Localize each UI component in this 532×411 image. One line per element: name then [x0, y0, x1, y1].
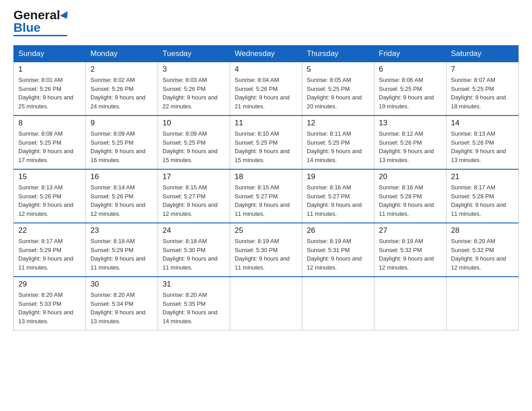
day-info: Sunrise: 8:01 AM Sunset: 5:26 PM Dayligh… [18, 76, 81, 111]
calendar-week-5: 29 Sunrise: 8:20 AM Sunset: 5:33 PM Dayl… [14, 277, 519, 330]
day-number: 4 [235, 65, 297, 74]
day-info: Sunrise: 8:20 AM Sunset: 5:35 PM Dayligh… [163, 291, 225, 325]
day-info: Sunrise: 8:20 AM Sunset: 5:34 PM Dayligh… [90, 291, 153, 325]
calendar-cell: 25 Sunrise: 8:19 AM Sunset: 5:30 PM Dayl… [230, 223, 302, 277]
day-info: Sunrise: 8:09 AM Sunset: 5:25 PM Dayligh… [163, 129, 225, 164]
day-number: 8 [18, 119, 81, 128]
calendar-cell: 31 Sunrise: 8:20 AM Sunset: 5:35 PM Dayl… [158, 277, 230, 330]
day-number: 1 [18, 65, 81, 74]
page-header: General Blue [13, 9, 519, 36]
calendar-week-2: 8 Sunrise: 8:08 AM Sunset: 5:25 PM Dayli… [14, 116, 519, 169]
calendar-cell: 8 Sunrise: 8:08 AM Sunset: 5:25 PM Dayli… [14, 116, 86, 169]
logo-general: General [13, 8, 60, 22]
day-info: Sunrise: 8:13 AM Sunset: 5:26 PM Dayligh… [18, 183, 81, 218]
day-number: 28 [451, 226, 514, 235]
day-info: Sunrise: 8:16 AM Sunset: 5:27 PM Dayligh… [307, 183, 369, 218]
day-info: Sunrise: 8:17 AM Sunset: 5:28 PM Dayligh… [451, 183, 514, 218]
day-info: Sunrise: 8:13 AM Sunset: 5:26 PM Dayligh… [451, 129, 514, 164]
day-number: 20 [379, 172, 442, 181]
day-info: Sunrise: 8:19 AM Sunset: 5:31 PM Dayligh… [307, 237, 369, 272]
calendar-cell: 6 Sunrise: 8:06 AM Sunset: 5:25 PM Dayli… [374, 62, 446, 116]
calendar-cell: 24 Sunrise: 8:18 AM Sunset: 5:30 PM Dayl… [158, 223, 230, 277]
calendar-cell: 19 Sunrise: 8:16 AM Sunset: 5:27 PM Dayl… [302, 169, 374, 223]
weekday-header-sunday: Sunday [14, 46, 86, 62]
day-number: 11 [235, 119, 297, 128]
day-info: Sunrise: 8:02 AM Sunset: 5:26 PM Dayligh… [90, 76, 153, 111]
calendar-cell: 14 Sunrise: 8:13 AM Sunset: 5:26 PM Dayl… [446, 116, 519, 169]
day-number: 13 [379, 119, 442, 128]
logo: General Blue [13, 9, 70, 36]
calendar-cell: 1 Sunrise: 8:01 AM Sunset: 5:26 PM Dayli… [14, 62, 86, 116]
calendar-cell: 26 Sunrise: 8:19 AM Sunset: 5:31 PM Dayl… [302, 223, 374, 277]
calendar-cell: 30 Sunrise: 8:20 AM Sunset: 5:34 PM Dayl… [86, 277, 158, 330]
day-info: Sunrise: 8:15 AM Sunset: 5:27 PM Dayligh… [163, 183, 225, 218]
day-info: Sunrise: 8:07 AM Sunset: 5:25 PM Dayligh… [451, 76, 514, 111]
calendar-cell: 20 Sunrise: 8:16 AM Sunset: 5:28 PM Dayl… [374, 169, 446, 223]
calendar-cell: 5 Sunrise: 8:05 AM Sunset: 5:25 PM Dayli… [302, 62, 374, 116]
day-info: Sunrise: 8:19 AM Sunset: 5:30 PM Dayligh… [235, 237, 297, 272]
day-number: 24 [163, 226, 225, 235]
weekday-header-monday: Monday [86, 46, 158, 62]
calendar-cell [302, 277, 374, 330]
calendar-cell: 23 Sunrise: 8:18 AM Sunset: 5:29 PM Dayl… [86, 223, 158, 277]
day-info: Sunrise: 8:14 AM Sunset: 5:26 PM Dayligh… [90, 183, 153, 218]
day-number: 21 [451, 172, 514, 181]
day-number: 12 [307, 119, 369, 128]
weekday-header-saturday: Saturday [446, 46, 519, 62]
weekday-header-tuesday: Tuesday [158, 46, 230, 62]
day-info: Sunrise: 8:15 AM Sunset: 5:27 PM Dayligh… [235, 183, 297, 218]
day-info: Sunrise: 8:18 AM Sunset: 5:29 PM Dayligh… [90, 237, 153, 272]
day-number: 19 [307, 172, 369, 181]
day-number: 10 [163, 119, 225, 128]
calendar-cell: 15 Sunrise: 8:13 AM Sunset: 5:26 PM Dayl… [14, 169, 86, 223]
day-number: 31 [163, 280, 225, 289]
day-info: Sunrise: 8:06 AM Sunset: 5:25 PM Dayligh… [379, 76, 442, 111]
weekday-header-thursday: Thursday [302, 46, 374, 62]
day-info: Sunrise: 8:09 AM Sunset: 5:25 PM Dayligh… [90, 129, 153, 164]
calendar-cell: 22 Sunrise: 8:17 AM Sunset: 5:29 PM Dayl… [14, 223, 86, 277]
logo-blue: Blue [13, 21, 41, 34]
calendar-cell: 21 Sunrise: 8:17 AM Sunset: 5:28 PM Dayl… [446, 169, 519, 223]
day-number: 16 [90, 172, 153, 181]
day-info: Sunrise: 8:17 AM Sunset: 5:29 PM Dayligh… [18, 237, 81, 272]
day-number: 25 [235, 226, 297, 235]
calendar-cell: 4 Sunrise: 8:04 AM Sunset: 5:26 PM Dayli… [230, 62, 302, 116]
calendar-cell: 29 Sunrise: 8:20 AM Sunset: 5:33 PM Dayl… [14, 277, 86, 330]
day-number: 29 [18, 280, 81, 289]
day-info: Sunrise: 8:16 AM Sunset: 5:28 PM Dayligh… [379, 183, 442, 218]
day-number: 27 [379, 226, 442, 235]
weekday-header-row: SundayMondayTuesdayWednesdayThursdayFrid… [14, 46, 519, 62]
day-info: Sunrise: 8:03 AM Sunset: 5:26 PM Dayligh… [163, 76, 225, 111]
day-info: Sunrise: 8:11 AM Sunset: 5:25 PM Dayligh… [307, 129, 369, 164]
day-number: 14 [451, 119, 514, 128]
calendar-cell: 2 Sunrise: 8:02 AM Sunset: 5:26 PM Dayli… [86, 62, 158, 116]
calendar-week-1: 1 Sunrise: 8:01 AM Sunset: 5:26 PM Dayli… [14, 62, 519, 116]
day-number: 30 [90, 280, 153, 289]
day-number: 17 [163, 172, 225, 181]
calendar-cell: 18 Sunrise: 8:15 AM Sunset: 5:27 PM Dayl… [230, 169, 302, 223]
weekday-header-wednesday: Wednesday [230, 46, 302, 62]
weekday-header-friday: Friday [374, 46, 446, 62]
day-info: Sunrise: 8:20 AM Sunset: 5:33 PM Dayligh… [18, 291, 81, 325]
day-number: 22 [18, 226, 81, 235]
calendar-table: SundayMondayTuesdayWednesdayThursdayFrid… [13, 45, 519, 330]
calendar-cell: 12 Sunrise: 8:11 AM Sunset: 5:25 PM Dayl… [302, 116, 374, 169]
calendar-cell: 11 Sunrise: 8:10 AM Sunset: 5:25 PM Dayl… [230, 116, 302, 169]
day-info: Sunrise: 8:19 AM Sunset: 5:32 PM Dayligh… [379, 237, 442, 272]
day-number: 3 [163, 65, 225, 74]
calendar-cell: 3 Sunrise: 8:03 AM Sunset: 5:26 PM Dayli… [158, 62, 230, 116]
logo-text: General Blue [13, 9, 70, 34]
logo-line [13, 35, 67, 36]
logo-triangle-icon [60, 11, 71, 21]
calendar-cell [374, 277, 446, 330]
calendar-cell: 28 Sunrise: 8:20 AM Sunset: 5:32 PM Dayl… [446, 223, 519, 277]
day-number: 7 [451, 65, 514, 74]
calendar-week-4: 22 Sunrise: 8:17 AM Sunset: 5:29 PM Dayl… [14, 223, 519, 277]
calendar-week-3: 15 Sunrise: 8:13 AM Sunset: 5:26 PM Dayl… [14, 169, 519, 223]
day-number: 18 [235, 172, 297, 181]
day-number: 9 [90, 119, 153, 128]
day-number: 23 [90, 226, 153, 235]
calendar-cell: 13 Sunrise: 8:12 AM Sunset: 5:26 PM Dayl… [374, 116, 446, 169]
calendar-cell: 17 Sunrise: 8:15 AM Sunset: 5:27 PM Dayl… [158, 169, 230, 223]
day-number: 2 [90, 65, 153, 74]
